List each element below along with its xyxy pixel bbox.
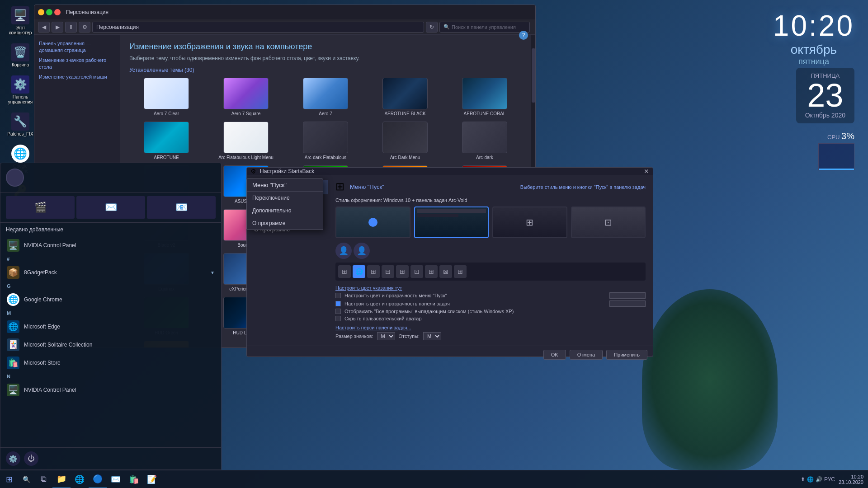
theme-item[interactable]: Aero 7 Clear — [129, 78, 203, 116]
color-option-title[interactable]: Настроить цвет указания тут — [335, 285, 646, 291]
installed-themes-title[interactable]: Установленные темы (30) — [129, 67, 522, 73]
sidebar-link1[interactable]: Изменение значков рабочего стола — [39, 57, 115, 71]
close-button[interactable] — [54, 9, 61, 15]
theme-item[interactable]: Arc Dark Menu — [368, 122, 442, 160]
checkbox-1[interactable] — [335, 293, 341, 298]
minimize-button[interactable] — [38, 9, 44, 15]
checkbox-2[interactable] — [335, 301, 341, 306]
theme-item[interactable]: Arc-dark Flatabulous — [288, 122, 363, 160]
checkbox-4[interactable] — [335, 316, 341, 321]
theme-item[interactable]: Arc-dark — [448, 122, 522, 160]
style-item-4[interactable]: ⊡ — [571, 206, 646, 238]
taskbar-app-edge[interactable]: 🌐 — [71, 470, 89, 488]
taskbar-app-multitask[interactable]: ⧉ — [34, 470, 52, 488]
app-item-chrome[interactable]: 🌐 Google Chrome — [0, 291, 221, 309]
sidebar-home[interactable]: Панель управления — домашняя страница — [39, 40, 115, 54]
desktop-icon-recycle[interactable]: 🗑️ Корзина — [5, 42, 36, 69]
taskbar-btn-7[interactable]: ⊞ — [425, 265, 438, 278]
startback-close-button[interactable]: ✕ — [644, 168, 649, 175]
startback-titlebar: ⚙ Настройки StartsBack ✕ — [247, 168, 653, 175]
taskbar-lang[interactable]: РУС — [824, 476, 835, 483]
cancel-button[interactable]: Отмена — [570, 350, 603, 360]
icon-size-select[interactable]: MSL — [377, 332, 395, 340]
gap-select[interactable]: MSL — [423, 332, 441, 340]
taskbar-btn-5[interactable]: ⊞ — [396, 265, 409, 278]
theme-item[interactable]: Aero 7 Square — [209, 78, 283, 116]
checkbox-3[interactable] — [335, 309, 341, 314]
size-row: Размер значков: MSL Отступы: MSL — [335, 332, 646, 340]
taskbar-app-explorer[interactable]: 📁 — [52, 470, 71, 488]
taskbar-icon-network[interactable]: 🌐 — [807, 476, 814, 483]
context-item-additional[interactable]: Дополнительно — [247, 204, 323, 217]
app-item-solitaire[interactable]: 🃏 Microsoft Solitaire Collection — [0, 336, 221, 354]
taskbar-btn-6[interactable]: ⊡ — [410, 265, 423, 278]
theme-item[interactable]: Aero 7 — [288, 78, 363, 116]
size-option-title[interactable]: Настроить перси панели задач... — [335, 325, 646, 330]
window-titlebar: Персонализация — [34, 5, 535, 19]
style-item-1[interactable] — [335, 206, 410, 238]
style-item-2[interactable] — [414, 206, 489, 238]
taskbar-search-button[interactable]: 🔍 — [18, 470, 34, 488]
app-item-8gadget[interactable]: 📦 8GadgetPack ▼ — [0, 263, 221, 282]
desktop-icon-computer[interactable]: 🖥️ Этот компьютер — [5, 5, 36, 37]
taskbar-app-notepad[interactable]: 📝 — [143, 470, 161, 488]
taskbar-btn-9[interactable]: ⊞ — [454, 265, 467, 278]
address-bar[interactable]: Персонализация — [92, 22, 424, 33]
taskbar-icon-volume[interactable]: 🔊 — [816, 476, 822, 483]
pinned-tile-2[interactable]: ✉️ — [76, 196, 145, 219]
desktop-icon-patches[interactable]: 🔧 Patches_FIX — [5, 111, 36, 138]
start-button[interactable]: ⊞ — [0, 470, 18, 488]
app-list[interactable]: 🖥️ NVIDIA Control Panel # 📦 8GadgetPack … — [0, 235, 221, 447]
search-bar[interactable]: 🔍 Поиск в панели управления — [439, 22, 530, 33]
desktop-icon-control[interactable]: ⚙️ Панель управления — [5, 74, 36, 106]
taskbar-icon-up[interactable]: ⬆ — [801, 476, 805, 483]
startback-link[interactable]: Выберите стиль меню и кнопки "Пуск" в па… — [520, 184, 646, 190]
section-letter-g: G — [0, 282, 221, 291]
apply-button[interactable]: Применить — [606, 350, 647, 360]
theme-name: AEROTUNE BLACK — [384, 111, 425, 116]
up-button[interactable]: ⬆ — [65, 22, 77, 33]
taskbar-btn-3[interactable]: ⊞ — [367, 265, 380, 278]
style-item-3[interactable]: ⊞ — [492, 206, 567, 238]
settings-button[interactable]: ⚙️ — [6, 451, 20, 466]
refresh-button[interactable]: ↻ — [426, 22, 438, 33]
app-item-store[interactable]: 🛍️ Microsoft Store — [0, 354, 221, 372]
theme-item[interactable]: Arc Flatabulous Light Menu — [209, 122, 283, 160]
back-button[interactable]: ◀ — [38, 22, 50, 33]
scrollbar-thumb[interactable] — [532, 48, 535, 103]
taskbar-btn-4[interactable]: ⊟ — [382, 265, 394, 278]
ok-button[interactable]: OK — [543, 350, 566, 360]
app-item-nvidia[interactable]: 🖥️ NVIDIA Control Panel — [0, 236, 221, 254]
startback-menu-icon: ⊞ — [335, 180, 344, 193]
check-row-1: Настроить цвет и прозрачность меню "Пуск… — [335, 292, 646, 299]
cpu-widget: CPU 3% — [818, 131, 854, 170]
help-button[interactable]: ? — [519, 31, 528, 40]
startback-heading: Меню "Пуск" — [350, 183, 384, 190]
forward-button[interactable]: ▶ — [52, 22, 63, 33]
taskbar-clock[interactable]: 10:20 23.10.2020 — [839, 474, 863, 485]
app-item-nvidia2[interactable]: 🖥️ NVIDIA Control Panel — [0, 381, 221, 399]
theme-thumb — [462, 78, 507, 109]
power-button[interactable]: ⏻ — [24, 451, 38, 466]
theme-item[interactable]: AEROTUNE BLACK — [368, 78, 442, 116]
taskbar-btn-2[interactable]: 🌐 — [353, 265, 365, 278]
theme-name: Aero 7 Clear — [154, 111, 179, 116]
context-item-switch[interactable]: Переключение — [247, 192, 323, 204]
pinned-tile-1[interactable]: 🎬 — [6, 196, 75, 219]
theme-item[interactable]: AEROTUNE CORAL — [448, 78, 522, 116]
theme-item[interactable]: AEROTUNE — [129, 122, 203, 160]
pinned-tile-3[interactable]: 📧 — [147, 196, 216, 219]
maximize-button[interactable] — [46, 9, 52, 15]
taskbar-btn-1[interactable]: ⊞ — [338, 265, 351, 278]
style-label: Стиль оформления: Windows 10 + панель за… — [335, 197, 646, 203]
window-toolbar: ◀ ▶ ⬆ ⚙ Персонализация ↻ 🔍 Поиск в панел… — [34, 19, 535, 35]
taskbar-app-mail[interactable]: ✉️ — [107, 470, 125, 488]
context-item-about[interactable]: О программе — [247, 217, 323, 230]
avatar-icon-1: 👤 — [335, 243, 352, 259]
taskbar-btn-8[interactable]: ⊠ — [439, 265, 452, 278]
sidebar-link2[interactable]: Изменение указателей мыши — [39, 74, 115, 80]
theme-name: AEROTUNE CORAL — [464, 111, 506, 116]
app-item-edge[interactable]: 🌐 Microsoft Edge — [0, 318, 221, 336]
taskbar-app-store[interactable]: 🛍️ — [125, 470, 143, 488]
taskbar-app-chrome[interactable]: 🔵 — [89, 470, 107, 488]
